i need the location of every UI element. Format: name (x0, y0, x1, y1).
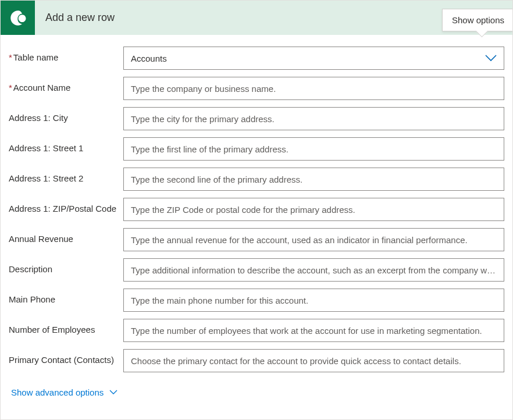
label-street2: Address 1: Street 2 (9, 168, 123, 184)
label-phone: Main Phone (9, 289, 123, 305)
account-name-input[interactable] (123, 77, 504, 100)
dataverse-logo (1, 1, 35, 35)
chevron-down-icon (484, 51, 498, 65)
zip-input[interactable] (123, 198, 504, 221)
phone-input[interactable] (123, 289, 504, 312)
form-body: *Table name Accounts *Account Name Addre… (1, 35, 512, 397)
label-employees: Number of Employees (9, 319, 123, 336)
dataverse-icon (8, 8, 28, 28)
show-advanced-options-link[interactable]: Show advanced options (9, 379, 117, 397)
label-zip: Address 1: ZIP/Postal Code (9, 198, 123, 215)
show-options-tooltip[interactable]: Show options (442, 9, 512, 31)
row-zip: Address 1: ZIP/Postal Code (9, 198, 504, 221)
row-description: Description (9, 258, 504, 282)
card-title: Add a new row (35, 12, 115, 24)
chevron-down-icon (109, 390, 117, 395)
primary-contact-input[interactable] (123, 349, 504, 372)
city-input[interactable] (123, 107, 504, 130)
revenue-input[interactable] (123, 228, 504, 251)
table-name-value: Accounts (131, 54, 167, 63)
label-street1: Address 1: Street 1 (9, 137, 123, 154)
card-header: Add a new row Show options (1, 1, 512, 35)
label-revenue: Annual Revenue (9, 228, 123, 245)
row-city: Address 1: City (9, 107, 504, 130)
employees-input[interactable] (123, 319, 504, 342)
label-table-name: *Table name (9, 47, 123, 63)
row-employees: Number of Employees (9, 319, 504, 342)
street2-input[interactable] (123, 168, 504, 191)
table-name-select[interactable]: Accounts (123, 47, 504, 70)
street1-input[interactable] (123, 137, 504, 161)
advanced-label: Show advanced options (11, 387, 104, 397)
row-primary-contact: Primary Contact (Contacts) (9, 349, 504, 372)
row-table-name: *Table name Accounts (9, 47, 504, 70)
row-street2: Address 1: Street 2 (9, 168, 504, 191)
label-description: Description (9, 258, 123, 275)
label-city: Address 1: City (9, 107, 123, 124)
row-phone: Main Phone (9, 289, 504, 312)
row-street1: Address 1: Street 1 (9, 137, 504, 161)
row-account-name: *Account Name (9, 77, 504, 100)
label-primary-contact: Primary Contact (Contacts) (9, 349, 123, 366)
label-account-name: *Account Name (9, 77, 123, 94)
row-revenue: Annual Revenue (9, 228, 504, 251)
description-input[interactable] (123, 258, 504, 282)
